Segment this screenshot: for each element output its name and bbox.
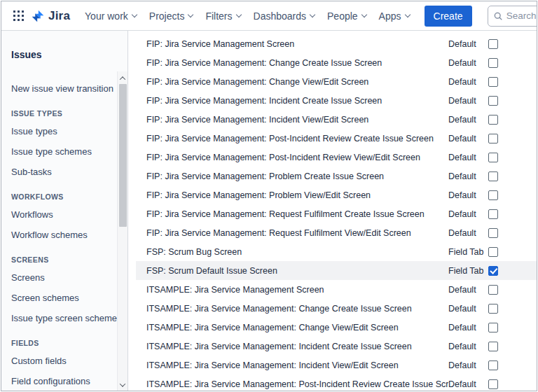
main-region: Issues New issue view transitionISSUE TY… <box>1 31 537 391</box>
sidebar-item-screen-schemes[interactable]: Screen schemes <box>1 288 117 308</box>
screen-checkbox[interactable] <box>488 58 498 68</box>
screen-checkbox[interactable] <box>488 172 498 181</box>
nav-your-work[interactable]: Your work <box>85 10 137 22</box>
screen-row: FIP: Jira Service Management ScreenDefau… <box>136 34 537 53</box>
screen-checkbox[interactable] <box>488 96 498 106</box>
screen-name: ITSAMPLE: Jira Service Management Screen <box>146 285 448 295</box>
screen-name: FIP: Jira Service Management: Incident C… <box>146 96 448 106</box>
tab-type-label: Default <box>448 58 488 68</box>
screen-checkbox[interactable] <box>488 304 498 314</box>
search-box[interactable] <box>488 6 537 27</box>
sidebar-item-new-issue-view-transition[interactable]: New issue view transition <box>1 78 117 99</box>
create-button[interactable]: Create <box>425 6 472 27</box>
screen-name: FIP: Jira Service Management: Post-Incid… <box>146 134 448 144</box>
screen-name: FIP: Jira Service Management: Request Fu… <box>146 209 448 219</box>
sidebar-title: Issues <box>1 31 127 71</box>
screen-row: ITSAMPLE: Jira Service Management: Incid… <box>136 356 537 374</box>
screen-row: FIP: Jira Service Management: Incident V… <box>136 110 537 129</box>
app-switcher-icon[interactable] <box>8 6 28 26</box>
scroll-up-arrow[interactable] <box>118 73 127 84</box>
screen-name: ITSAMPLE: Jira Service Management: Post-… <box>146 379 448 389</box>
tab-type-label: Default <box>448 209 488 219</box>
screen-row: FSP: Scrum Bug ScreenField Tab <box>136 242 537 261</box>
screen-checkbox[interactable] <box>488 247 498 257</box>
screen-checkbox[interactable] <box>488 153 498 162</box>
screen-checkbox[interactable] <box>488 228 498 238</box>
screen-row: ITSAMPLE: Jira Service Management Screen… <box>136 280 537 299</box>
screen-checkbox[interactable] <box>488 379 498 389</box>
nav-apps[interactable]: Apps <box>379 10 410 22</box>
chevron-down-icon <box>188 11 193 17</box>
screen-checkbox[interactable] <box>488 285 498 295</box>
screen-checkbox[interactable] <box>488 190 498 200</box>
sidebar-item-custom-fields[interactable]: Custom fields <box>1 351 117 371</box>
chevron-down-icon <box>361 11 366 17</box>
tab-type-label: Default <box>448 39 488 49</box>
chevron-down-icon <box>132 11 137 17</box>
screen-name: ITSAMPLE: Jira Service Management: Chang… <box>146 304 448 314</box>
chevron-down-icon <box>310 11 315 17</box>
nav-people[interactable]: People <box>327 10 366 22</box>
sidebar-item-workflows[interactable]: Workflows <box>1 204 117 225</box>
screen-checkbox[interactable] <box>488 39 498 49</box>
screen-row: FIP: Jira Service Management: Post-Incid… <box>136 148 537 167</box>
screen-checkbox[interactable] <box>488 209 498 219</box>
tab-type-label: Field Tab <box>448 247 488 257</box>
sidebar-item-screens[interactable]: Screens <box>1 267 117 288</box>
screen-name: FIP: Jira Service Management: Post-Incid… <box>146 153 448 162</box>
product-name: Jira <box>48 9 70 23</box>
screen-checkbox[interactable] <box>488 360 498 370</box>
screen-name: FIP: Jira Service Management: Change Vie… <box>146 77 448 87</box>
screens-list: FIP: Jira Service Management ScreenDefau… <box>128 31 537 391</box>
nav-filters[interactable]: Filters <box>205 10 240 22</box>
search-icon <box>494 11 502 21</box>
tab-type-label: Default <box>448 304 488 314</box>
sidebar-section-header: WORKFLOWS <box>1 189 117 204</box>
nav-projects[interactable]: Projects <box>149 10 193 22</box>
chevron-down-icon <box>235 11 241 17</box>
nav-dashboards[interactable]: Dashboards <box>254 10 315 22</box>
screen-row: ITSAMPLE: Jira Service Management: Chang… <box>136 299 537 318</box>
screen-checkbox[interactable] <box>488 115 498 125</box>
screen-checkbox[interactable] <box>488 342 498 351</box>
sidebar-item-sub-tasks[interactable]: Sub-tasks <box>1 162 117 182</box>
screen-row: FIP: Jira Service Management: Incident C… <box>136 91 537 110</box>
sidebar-item-issue-type-schemes[interactable]: Issue type schemes <box>1 141 117 162</box>
scrollbar-thumb[interactable] <box>119 84 127 227</box>
jira-logo-icon <box>31 9 45 23</box>
search-input[interactable] <box>506 10 537 21</box>
sidebar-item-field-configurations[interactable]: Field configurations <box>1 371 117 391</box>
screen-checkbox[interactable] <box>488 77 498 87</box>
admin-sidebar: Issues New issue view transitionISSUE TY… <box>1 31 128 391</box>
screen-name: FIP: Jira Service Management: Change Cre… <box>146 58 448 68</box>
sidebar-item-issue-types[interactable]: Issue types <box>1 121 117 141</box>
screen-checkbox[interactable] <box>488 134 498 144</box>
scroll-down-arrow[interactable] <box>118 379 127 391</box>
tab-type-label: Default <box>448 190 488 200</box>
screen-checkbox[interactable] <box>488 266 498 276</box>
jira-logo[interactable]: Jira <box>31 9 70 23</box>
chevron-down-icon <box>404 11 410 17</box>
screen-row: FIP: Jira Service Management: Request Fu… <box>136 223 537 242</box>
tab-type-label: Default <box>448 323 488 332</box>
tab-type-label: Default <box>448 285 488 295</box>
tab-type-label: Default <box>448 115 488 125</box>
screen-name: ITSAMPLE: Jira Service Management: Chang… <box>146 323 448 332</box>
screen-row: FIP: Jira Service Management: Request Fu… <box>136 204 537 223</box>
screen-row: FIP: Jira Service Management: Change Vie… <box>136 72 537 91</box>
screen-row: FIP: Jira Service Management: Post-Incid… <box>136 129 537 148</box>
screen-name: ITSAMPLE: Jira Service Management: Incid… <box>146 360 448 370</box>
tab-type-label: Default <box>448 77 488 87</box>
screen-name: FSP: Scrum Default Issue Screen <box>146 266 448 276</box>
app-window: Jira Your work Projects Filters Dashboar… <box>1 1 537 391</box>
screen-row: FIP: Jira Service Management: Change Cre… <box>136 53 537 72</box>
screen-row: ITSAMPLE: Jira Service Management: Chang… <box>136 318 537 337</box>
tab-type-label: Default <box>448 96 488 106</box>
screen-row: ITSAMPLE: Jira Service Management: Incid… <box>136 337 537 356</box>
screen-name: ITSAMPLE: Jira Service Management: Incid… <box>146 342 448 351</box>
screen-checkbox[interactable] <box>488 323 498 332</box>
screen-name: FIP: Jira Service Management Screen <box>146 39 448 49</box>
sidebar-item-workflow-schemes[interactable]: Workflow schemes <box>1 225 117 245</box>
sidebar-section-header: FIELDS <box>1 335 117 351</box>
sidebar-item-issue-type-screen-schemes[interactable]: Issue type screen schemes <box>1 308 117 328</box>
